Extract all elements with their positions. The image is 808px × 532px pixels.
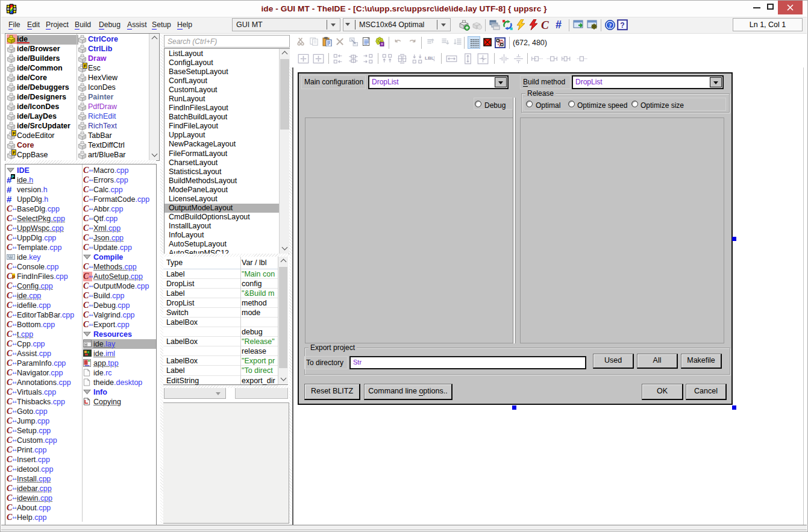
svg-text:?: ? <box>620 21 624 30</box>
svg-text:?: ? <box>609 22 612 29</box>
